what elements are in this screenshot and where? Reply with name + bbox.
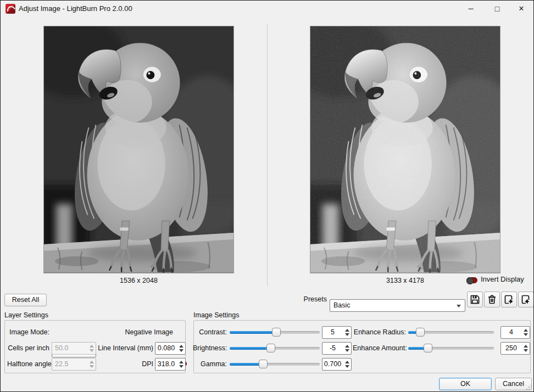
cells-per-inch-label: Cells per inch bbox=[7, 342, 49, 355]
invert-display-label: Invert Display bbox=[481, 273, 524, 285]
spin-up-icon bbox=[345, 329, 349, 332]
spin-up-icon bbox=[179, 361, 183, 363]
original-size-caption: 1536 x 2048 bbox=[43, 277, 234, 284]
close-button[interactable]: ✕ bbox=[510, 1, 532, 17]
enhance-radius-slider[interactable] bbox=[408, 326, 494, 339]
enhance-amount-value[interactable]: 250 bbox=[501, 343, 521, 354]
reset-all-button[interactable]: Reset All bbox=[4, 294, 47, 306]
presets-label: Presets bbox=[301, 293, 327, 306]
spin-down-icon bbox=[524, 349, 528, 352]
processed-image-preview bbox=[310, 26, 500, 273]
spin-buttons[interactable] bbox=[177, 359, 185, 370]
brightness-slider[interactable] bbox=[230, 342, 320, 355]
slider-handle[interactable] bbox=[266, 344, 275, 352]
chevron-down-icon bbox=[457, 305, 461, 307]
dpi-value[interactable]: 318.0 bbox=[155, 359, 177, 370]
export-presets-button[interactable] bbox=[501, 292, 517, 307]
enhance-amount-label: Enhance Amount: bbox=[353, 342, 406, 355]
spin-up-icon bbox=[524, 329, 528, 332]
slider-handle[interactable] bbox=[272, 328, 281, 337]
adjust-image-dialog: Adjust Image - LightBurn Pro 2.0.00 ─ □ … bbox=[0, 0, 534, 392]
slider-handle[interactable] bbox=[424, 344, 432, 352]
spin-buttons[interactable] bbox=[521, 327, 530, 338]
spin-down-icon bbox=[90, 349, 94, 352]
gamma-slider[interactable] bbox=[230, 358, 320, 371]
trash-icon bbox=[487, 294, 497, 305]
cells-per-inch-value: 50.0 bbox=[52, 343, 87, 354]
import-icon bbox=[521, 294, 531, 305]
brightness-label: Brightness: bbox=[193, 342, 227, 355]
titlebar[interactable]: Adjust Image - LightBurn Pro 2.0.00 ─ □ … bbox=[1, 1, 533, 17]
slider-fill bbox=[230, 331, 276, 334]
spin-down-icon bbox=[179, 349, 183, 352]
enhance-radius-value[interactable]: 4 bbox=[501, 327, 521, 338]
presets-selected: Basic bbox=[333, 301, 351, 309]
import-presets-button[interactable] bbox=[518, 292, 534, 307]
halftone-angle-value: 22.5 bbox=[52, 359, 87, 370]
spin-down-icon bbox=[524, 333, 528, 336]
spin-up-icon bbox=[345, 345, 349, 348]
spin-buttons[interactable] bbox=[343, 343, 351, 354]
enhance-amount-spinbox[interactable]: 250 bbox=[500, 342, 530, 355]
save-icon bbox=[470, 294, 480, 305]
export-icon bbox=[504, 294, 514, 305]
contrast-label: Contrast: bbox=[193, 326, 227, 339]
line-interval-label: Line Interval (mm) bbox=[94, 342, 153, 355]
dpi-spinbox[interactable]: 318.0 bbox=[155, 358, 186, 371]
spin-down-icon bbox=[345, 349, 349, 352]
contrast-value[interactable]: 5 bbox=[322, 327, 343, 338]
slider-handle[interactable] bbox=[416, 328, 425, 337]
parrot-photo bbox=[44, 26, 233, 273]
toggle-knob bbox=[466, 277, 474, 284]
line-interval-spinbox[interactable]: 0.080 bbox=[155, 342, 186, 355]
enhance-radius-label: Enhance Radius: bbox=[353, 326, 406, 339]
spin-up-icon bbox=[524, 345, 528, 348]
dpi-label: DPI bbox=[94, 358, 153, 371]
minimize-button[interactable]: ─ bbox=[460, 1, 482, 17]
negative-image-label: Negative Image bbox=[107, 326, 173, 339]
parrot-dithered bbox=[310, 26, 500, 273]
spin-up-icon bbox=[90, 345, 94, 348]
preview-divider bbox=[267, 24, 268, 286]
spin-buttons[interactable] bbox=[521, 343, 530, 354]
halftone-angle-label: Halftone angle bbox=[7, 358, 49, 371]
cells-per-inch-spinbox: 50.0 bbox=[52, 342, 96, 355]
contrast-slider[interactable] bbox=[230, 326, 320, 339]
spin-up-icon bbox=[179, 345, 183, 348]
image-mode-label: Image Mode: bbox=[7, 326, 49, 339]
spin-buttons[interactable] bbox=[177, 343, 185, 354]
spin-down-icon bbox=[345, 333, 349, 336]
enhance-radius-spinbox[interactable]: 4 bbox=[500, 326, 530, 339]
enhance-amount-slider[interactable] bbox=[408, 342, 494, 355]
line-interval-value[interactable]: 0.080 bbox=[155, 343, 177, 354]
maximize-button[interactable]: □ bbox=[486, 1, 508, 17]
spin-up-icon bbox=[90, 361, 94, 363]
ok-button[interactable]: OK bbox=[439, 378, 492, 390]
slider-handle[interactable] bbox=[259, 360, 268, 368]
slider-fill bbox=[230, 363, 263, 366]
spin-buttons[interactable] bbox=[343, 359, 351, 370]
layer-settings-title: Layer Settings bbox=[4, 311, 48, 319]
spin-down-icon bbox=[90, 365, 94, 368]
gamma-spinbox[interactable]: 0.700 bbox=[322, 358, 352, 371]
spin-up-icon bbox=[345, 361, 349, 363]
image-settings-title: Image Settings bbox=[193, 311, 239, 319]
spin-down-icon bbox=[179, 365, 183, 368]
spin-down-icon bbox=[345, 365, 349, 368]
slider-fill bbox=[230, 347, 271, 350]
invert-display-toggle[interactable] bbox=[466, 277, 477, 283]
original-image-preview bbox=[43, 26, 234, 273]
lightburn-logo-icon bbox=[5, 4, 15, 14]
halftone-angle-spinbox: 22.5 bbox=[52, 358, 96, 371]
spin-buttons[interactable] bbox=[343, 327, 351, 338]
brightness-spinbox[interactable]: -5 bbox=[322, 342, 352, 355]
save-preset-button[interactable] bbox=[467, 292, 483, 307]
presets-combobox[interactable]: Basic bbox=[330, 299, 465, 312]
resize-grip[interactable] bbox=[526, 384, 532, 390]
contrast-spinbox[interactable]: 5 bbox=[322, 326, 352, 339]
window-title: Adjust Image - LightBurn Pro 2.0.00 bbox=[19, 1, 132, 17]
brightness-value[interactable]: -5 bbox=[322, 343, 343, 354]
gamma-label: Gamma: bbox=[193, 358, 227, 371]
gamma-value[interactable]: 0.700 bbox=[322, 359, 343, 370]
delete-preset-button[interactable] bbox=[484, 292, 500, 307]
